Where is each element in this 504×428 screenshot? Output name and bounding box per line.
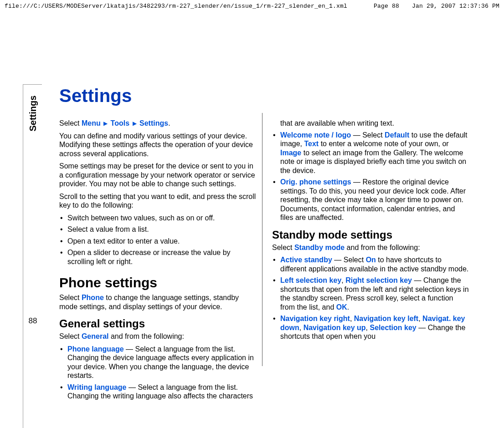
list-item: Open a slider to decrease or increase th… <box>59 248 257 266</box>
intro-paragraph: You can define and modify various settin… <box>59 132 257 158</box>
page-number: 88 <box>23 316 42 326</box>
standby-items: Active standby — Select On to have short… <box>272 255 469 341</box>
standby-mode-label: Standby mode <box>294 244 345 251</box>
text: — <box>412 276 423 284</box>
text: Select <box>59 294 82 301</box>
standby-select-line: Select Standby mode and from the followi… <box>272 243 469 252</box>
print-datetime: Jan 29, 2007 12:37:36 PM <box>412 3 499 10</box>
list-item: Welcome note / logo — Select Default to … <box>272 131 469 175</box>
text: and from the following: <box>345 244 420 251</box>
side-tab-label: Settings <box>28 112 38 132</box>
option-ok: OK <box>336 303 347 311</box>
text: — <box>351 178 363 186</box>
text: . <box>347 303 349 311</box>
term: Navigation key up <box>303 324 366 331</box>
text: — <box>417 324 428 331</box>
page-label: Page 88 <box>374 3 399 10</box>
general-label: General <box>82 332 109 340</box>
term: Phone language <box>67 345 124 353</box>
text: , <box>350 315 354 322</box>
text: — <box>332 256 344 264</box>
term: Right selection key <box>345 276 412 284</box>
side-tab: Settings 88 <box>23 84 42 428</box>
standby-settings-heading: Standby mode settings <box>272 229 469 241</box>
intro-paragraph: Some settings may be preset for the devi… <box>59 162 257 189</box>
text: , <box>299 324 303 331</box>
term: Welcome note / logo <box>280 131 351 139</box>
tools-label: Tools <box>111 119 129 127</box>
text-columns: Select Menu ▶ Tools ▶ Settings. You can … <box>59 119 469 401</box>
option-default: Default <box>385 131 409 139</box>
text: to select an image from the Gallery. The… <box>280 149 466 174</box>
chevron-right-icon: ▶ <box>132 120 138 127</box>
phone-settings-text: Select Phone to change the language sett… <box>59 293 257 311</box>
term: Active standby <box>280 256 332 264</box>
text: — <box>126 383 138 391</box>
term: Left selection key <box>280 276 341 284</box>
text: Select <box>272 244 294 251</box>
intro-paragraph: Scroll to the setting that you want to e… <box>59 192 257 210</box>
term: Orig. phone settings <box>280 178 351 186</box>
text: and from the following: <box>109 332 184 340</box>
text: Select <box>59 119 82 127</box>
text: to enter a welcome note of your own, or <box>319 140 448 148</box>
term: Navigation key left <box>354 315 418 322</box>
term: Writing language <box>67 383 126 391</box>
text: Select <box>362 131 385 139</box>
page-title: Settings <box>59 86 469 106</box>
page-content: Settings Select Menu ▶ Tools ▶ Settings.… <box>59 86 469 401</box>
general-select-line: Select General and from the following: <box>59 332 257 341</box>
list-item: Switch between two values, such as on or… <box>59 214 257 223</box>
list-item: Open a text editor to enter a value. <box>59 237 257 246</box>
phone-settings-heading: Phone settings <box>59 275 257 290</box>
term: Navigation key right <box>280 315 350 322</box>
text: . <box>168 119 170 127</box>
file-path: file:///C:/USERS/MODEServer/lkatajis/348… <box>5 3 347 10</box>
chevron-right-icon: ▶ <box>103 120 108 127</box>
intro-select-line: Select Menu ▶ Tools ▶ Settings. <box>59 119 257 128</box>
header-right: Page 88 Jan 29, 2007 12:37:36 PM <box>374 3 499 10</box>
option-text: Text <box>304 140 319 148</box>
text: , <box>341 276 345 284</box>
option-on: On <box>366 256 376 264</box>
text: — <box>124 345 135 353</box>
term: Selection key <box>370 324 416 331</box>
list-item: Navigation key right, Navigation key lef… <box>272 314 469 341</box>
list-item: Left selection key, Right selection key … <box>272 276 469 311</box>
option-image: Image <box>280 149 301 157</box>
text: , <box>418 315 422 322</box>
list-item: Orig. phone settings — Restore the origi… <box>272 178 469 222</box>
text: Select <box>59 332 82 340</box>
text: — <box>351 131 362 139</box>
list-item: Active standby — Select On to have short… <box>272 255 469 273</box>
text: Select <box>344 256 366 264</box>
list-item: Phone language — Select a language from … <box>59 345 257 380</box>
intro-bullets: Switch between two values, such as on or… <box>59 214 257 266</box>
print-header: file:///C:/USERS/MODEServer/lkatajis/348… <box>0 0 504 11</box>
general-settings-heading: General settings <box>59 317 257 330</box>
phone-label: Phone <box>82 294 104 301</box>
settings-label: Settings <box>139 119 168 127</box>
menu-label: Menu <box>82 119 101 127</box>
list-item: Select a value from a list. <box>59 225 257 234</box>
